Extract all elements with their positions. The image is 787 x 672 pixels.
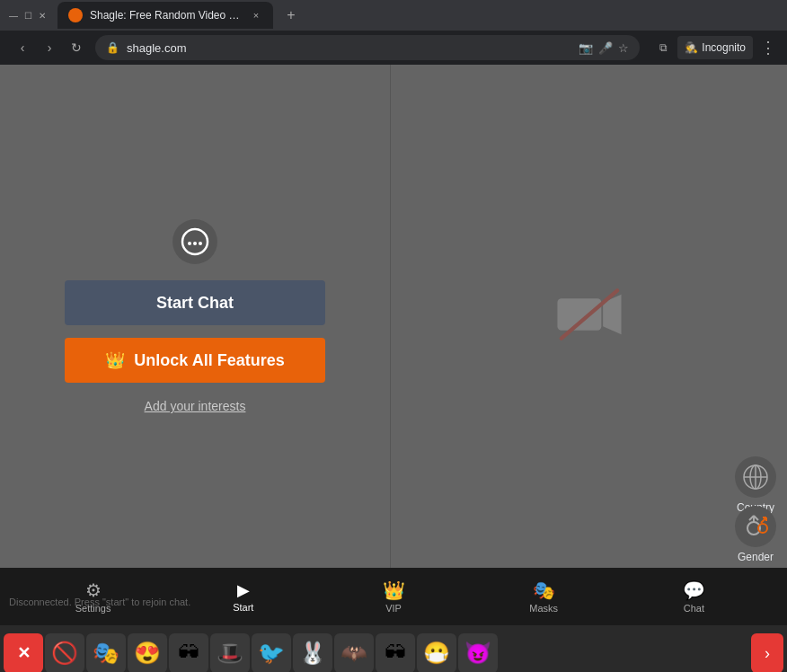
toolbar-chat[interactable]: 💬 Chat bbox=[619, 579, 769, 614]
close-icon: ✕ bbox=[17, 643, 31, 663]
chat-label: Chat bbox=[684, 603, 704, 614]
forward-button[interactable]: › bbox=[38, 36, 61, 59]
settings-icon: ⚙ bbox=[85, 579, 102, 601]
chat-icon: 💬 bbox=[683, 579, 705, 601]
start-label: Start bbox=[233, 602, 253, 613]
browser-menu-button[interactable]: ⋮ bbox=[760, 38, 776, 57]
emoji-item-6[interactable]: 🐰 bbox=[293, 633, 332, 672]
browser-chrome: — ☐ ✕ Shagle: Free Random Video Ch... × … bbox=[0, 0, 787, 65]
right-panel: Country Gender bbox=[391, 65, 787, 568]
new-tab-button[interactable]: + bbox=[279, 3, 304, 28]
incognito-label: Incognito bbox=[702, 41, 746, 54]
vip-label: VIP bbox=[385, 603, 402, 614]
title-bar: — ☐ ✕ Shagle: Free Random Video Ch... × … bbox=[0, 0, 787, 31]
extensions-button[interactable]: ⧉ bbox=[652, 37, 674, 58]
emoji-item-8[interactable]: 🕶 bbox=[376, 633, 415, 672]
emoji-item-7[interactable]: 🦇 bbox=[334, 633, 374, 672]
address-bar: ‹ › ↻ 🔒 shagle.com 📷 🎤 ☆ ⧉ 🕵 Incognito ⋮ bbox=[0, 31, 787, 65]
gender-button[interactable]: Gender bbox=[735, 506, 776, 563]
minimize-button[interactable]: — bbox=[7, 9, 20, 22]
settings-label: Settings bbox=[75, 603, 111, 614]
camera-off-icon: 📷 bbox=[579, 41, 593, 55]
emoji-item-2[interactable]: 😍 bbox=[128, 633, 167, 672]
nav-buttons: ‹ › ↻ bbox=[11, 36, 88, 59]
masks-label: Masks bbox=[529, 603, 558, 614]
left-panel: Start Chat 👑 Unlock All Features Add you… bbox=[0, 65, 391, 568]
tab-title: Shagle: Free Random Video Ch... bbox=[90, 9, 243, 22]
incognito-button[interactable]: 🕵 Incognito bbox=[677, 36, 753, 59]
tab-favicon bbox=[68, 8, 83, 22]
mic-off-icon: 🎤 bbox=[598, 41, 613, 55]
svg-point-2 bbox=[193, 242, 197, 245]
svg-point-3 bbox=[199, 242, 202, 245]
emoji-item-1[interactable]: 🎭 bbox=[86, 633, 126, 672]
url-text: shagle.com bbox=[127, 41, 571, 55]
active-tab[interactable]: Shagle: Free Random Video Ch... × bbox=[57, 2, 273, 29]
browser-actions: ⧉ 🕵 Incognito ⋮ bbox=[652, 36, 776, 59]
emoji-row: ✕ 🚫 🎭 😍 🕶 🎩 🐦 🐰 🦇 🕶 😷 😈 › bbox=[0, 625, 787, 672]
emoji-item-9[interactable]: 😷 bbox=[417, 633, 456, 672]
gender-label: Gender bbox=[738, 551, 774, 563]
toolbar-vip[interactable]: 👑 VIP bbox=[318, 579, 468, 614]
camera-off-indicator bbox=[553, 279, 625, 354]
country-icon bbox=[735, 456, 776, 498]
url-bar[interactable]: 🔒 shagle.com 📷 🎤 ☆ bbox=[95, 35, 640, 60]
masks-icon: 🎭 bbox=[533, 579, 555, 601]
main-content: Start Chat 👑 Unlock All Features Add you… bbox=[0, 65, 787, 568]
gender-icon bbox=[735, 506, 776, 547]
reload-button[interactable]: ↻ bbox=[65, 36, 88, 59]
svg-point-1 bbox=[188, 242, 191, 245]
emoji-item-10[interactable]: 😈 bbox=[458, 633, 498, 672]
unlock-icon: 👑 bbox=[105, 350, 125, 370]
tab-close-button[interactable]: × bbox=[250, 9, 262, 22]
close-window-button[interactable]: ✕ bbox=[36, 9, 49, 22]
next-icon: › bbox=[765, 644, 770, 663]
start-icon: ▶ bbox=[237, 580, 250, 600]
bottom-toolbar: ⚙ Settings ▶ Start 👑 VIP 🎭 Masks 💬 Chat … bbox=[0, 568, 787, 625]
unlock-features-button[interactable]: 👑 Unlock All Features bbox=[65, 338, 325, 383]
emoji-item-3[interactable]: 🕶 bbox=[169, 633, 208, 672]
add-interests-link[interactable]: Add your interests bbox=[145, 399, 246, 413]
app-logo bbox=[172, 219, 217, 264]
emoji-close-button[interactable]: ✕ bbox=[4, 633, 43, 672]
url-icons: 📷 🎤 ☆ bbox=[579, 41, 629, 55]
emoji-item-4[interactable]: 🎩 bbox=[210, 633, 250, 672]
unlock-label: Unlock All Features bbox=[134, 351, 284, 370]
toolbar-start[interactable]: ▶ Start bbox=[168, 580, 318, 613]
back-button[interactable]: ‹ bbox=[11, 36, 34, 59]
emoji-next-button[interactable]: › bbox=[751, 633, 783, 672]
toolbar-settings[interactable]: ⚙ Settings bbox=[18, 579, 168, 614]
emoji-item-5[interactable]: 🐦 bbox=[252, 633, 291, 672]
bookmark-icon[interactable]: ☆ bbox=[618, 41, 629, 55]
toolbar-masks[interactable]: 🎭 Masks bbox=[469, 579, 619, 614]
maximize-button[interactable]: ☐ bbox=[22, 9, 34, 22]
start-chat-button[interactable]: Start Chat bbox=[65, 280, 325, 325]
vip-icon: 👑 bbox=[383, 579, 405, 601]
emoji-item-0[interactable]: 🚫 bbox=[45, 633, 84, 672]
